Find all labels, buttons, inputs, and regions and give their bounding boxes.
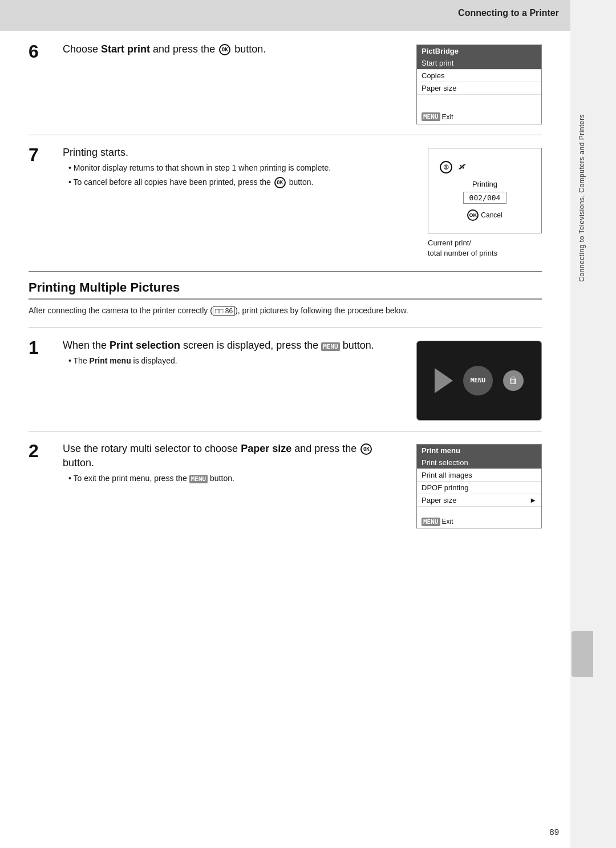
page-number: 89 bbox=[549, 827, 559, 837]
step-2-content: Use the rotary multi selector to choose … bbox=[63, 442, 399, 487]
step-2-bold: Paper size bbox=[241, 443, 291, 454]
step-2-row: 2 Use the rotary multi selector to choos… bbox=[29, 442, 542, 528]
step-1-row: 1 When the Print selection screen is dis… bbox=[29, 338, 542, 421]
step-6-number: 6 bbox=[29, 42, 46, 60]
arrow-icon bbox=[435, 368, 453, 393]
step-1-ui: MENU 🗑 bbox=[416, 341, 542, 421]
caption-line1: Current print/ bbox=[428, 239, 471, 247]
pictbridge-item-start-print: Start print bbox=[417, 57, 541, 70]
step-2-title: Use the rotary multi selector to choose … bbox=[63, 442, 399, 470]
step-2-bullets: To exit the print menu, press the MENU b… bbox=[63, 473, 399, 484]
step-7-number: 7 bbox=[29, 146, 46, 164]
step-2-pre: Use the rotary multi selector to choose bbox=[63, 443, 241, 454]
step-6-content: Choose Start print and press the OK butt… bbox=[63, 42, 399, 59]
menu-label-step1: MENU bbox=[321, 342, 340, 351]
step-1-content: When the Print selection screen is displ… bbox=[63, 338, 399, 369]
menu-label-icon: MENU bbox=[422, 112, 440, 121]
step-6-title-bold: Start print bbox=[101, 43, 150, 55]
step-2-number: 2 bbox=[29, 442, 46, 460]
cancel-label: Cancel bbox=[481, 211, 502, 219]
print-menu-header: Print menu bbox=[417, 445, 541, 457]
step-1-title-bold: Print selection bbox=[110, 340, 180, 351]
step-7-title: Printing starts. bbox=[63, 146, 411, 160]
step-6-title-post: and press the bbox=[150, 43, 215, 55]
exit-label: Exit bbox=[442, 113, 453, 121]
step-1-title-end: button. bbox=[340, 340, 374, 351]
pictbridge-item-paper-size: Paper size bbox=[417, 82, 541, 95]
paper-size-label: Paper size bbox=[422, 496, 456, 504]
section-intro: After connecting the camera to the print… bbox=[29, 304, 542, 317]
ok-button-inline: OK bbox=[274, 177, 286, 188]
menu-label-step2: MENU bbox=[189, 475, 208, 483]
step-6-row: 6 Choose Start print and press the OK bu… bbox=[29, 42, 542, 124]
divider-2 bbox=[29, 431, 542, 431]
delete-button: 🗑 bbox=[503, 370, 524, 391]
menu-button: MENU bbox=[463, 366, 493, 395]
sidebar-text: Connecting to Televisions, Computers and… bbox=[578, 114, 586, 282]
step-6-title-pre: Choose bbox=[63, 43, 101, 55]
exit-label-2: Exit bbox=[442, 518, 453, 526]
flash-icon: 𝄎 bbox=[458, 161, 464, 174]
right-sidebar: Connecting to Televisions, Computers and… bbox=[570, 0, 593, 848]
camera-ui-inner: MENU 🗑 bbox=[435, 366, 524, 395]
step-7-bullets: Monitor display returns to that shown in… bbox=[63, 162, 411, 188]
step-7-row: 7 Printing starts. Monitor display retur… bbox=[29, 146, 542, 259]
camera-ui: MENU 🗑 bbox=[416, 341, 542, 421]
section-heading: Printing Multiple Pictures bbox=[29, 280, 542, 300]
ok-cancel-row: OK Cancel bbox=[467, 209, 502, 221]
step-1-bullets: The Print menu is displayed. bbox=[63, 355, 399, 367]
menu-label-icon-2: MENU bbox=[422, 518, 440, 526]
printing-box: ① 𝄎 Printing 002/004 OK Cancel bbox=[428, 148, 542, 233]
printing-caption: Current print/ total number of prints bbox=[428, 238, 542, 259]
step-2-bullet: To exit the print menu, press the MENU b… bbox=[68, 473, 399, 484]
step-1-title-mid: screen is displayed, press the bbox=[180, 340, 321, 351]
print-menu-footer: MENU Exit bbox=[417, 516, 541, 528]
step-1-number: 1 bbox=[29, 338, 46, 357]
step-7-ui: ① 𝄎 Printing 002/004 OK Cancel Current p… bbox=[428, 148, 542, 259]
step-6-title: Choose Start print and press the OK butt… bbox=[63, 42, 399, 56]
step-2-end: button. bbox=[63, 457, 94, 469]
print-menu-item-paper: Paper size ► bbox=[417, 494, 541, 507]
step-1-bullet: The Print menu is displayed. bbox=[68, 355, 399, 367]
pictbridge-box: PictBridge Start print Copies Paper size… bbox=[416, 45, 542, 124]
pictbridge-header: PictBridge bbox=[417, 45, 541, 57]
ok-button-step2: OK bbox=[360, 443, 372, 455]
page: Connecting to a Printer Connecting to Te… bbox=[0, 0, 593, 848]
step-2-mid: and press the bbox=[291, 443, 356, 454]
section-intro-end: ), print pictures by following the proce… bbox=[235, 306, 408, 315]
step-7-bullet-1: Monitor display returns to that shown in… bbox=[68, 162, 411, 174]
section-ref: □□ 86 bbox=[213, 306, 235, 316]
step-6-title-end: button. bbox=[234, 43, 266, 55]
progress-box: 002/004 bbox=[463, 192, 507, 204]
divider-1 bbox=[29, 328, 542, 328]
step-7-bullet-2: To cancel before all copies have been pr… bbox=[68, 176, 411, 188]
step-6-ui: PictBridge Start print Copies Paper size… bbox=[416, 45, 542, 124]
step-1-title: When the Print selection screen is displ… bbox=[63, 338, 399, 353]
sidebar-tab bbox=[572, 631, 593, 677]
caption-line2: total number of prints bbox=[428, 249, 497, 257]
print-menu-item-selection: Print selection bbox=[417, 457, 541, 469]
print-menu-item-all: Print all images bbox=[417, 469, 541, 482]
section-intro-pre: After connecting the camera to the print… bbox=[29, 306, 213, 315]
ok-button-icon: OK bbox=[219, 44, 230, 55]
header-title: Connecting to a Printer bbox=[458, 8, 559, 18]
print-menu-item-dpof: DPOF printing bbox=[417, 482, 541, 494]
pictbridge-footer: MENU Exit bbox=[417, 111, 541, 123]
divider-section bbox=[29, 271, 542, 272]
print-menu-bold: Print menu bbox=[90, 356, 131, 365]
paper-size-arrow: ► bbox=[529, 496, 537, 504]
step-7-content: Printing starts. Monitor display returns… bbox=[63, 146, 411, 191]
ok-circle-icon: ① bbox=[440, 161, 452, 173]
divider-6-7 bbox=[29, 135, 542, 135]
step-1-title-pre: When the bbox=[63, 340, 110, 351]
print-menu-box: Print menu Print selection Print all ima… bbox=[416, 444, 542, 528]
ok-cancel-btn: OK bbox=[467, 209, 479, 221]
main-content: 6 Choose Start print and press the OK bu… bbox=[0, 31, 570, 546]
printing-icons-row: ① 𝄎 bbox=[434, 161, 536, 174]
step-2-ui: Print menu Print selection Print all ima… bbox=[416, 444, 542, 528]
pictbridge-item-copies: Copies bbox=[417, 70, 541, 82]
printing-label: Printing bbox=[472, 180, 497, 188]
